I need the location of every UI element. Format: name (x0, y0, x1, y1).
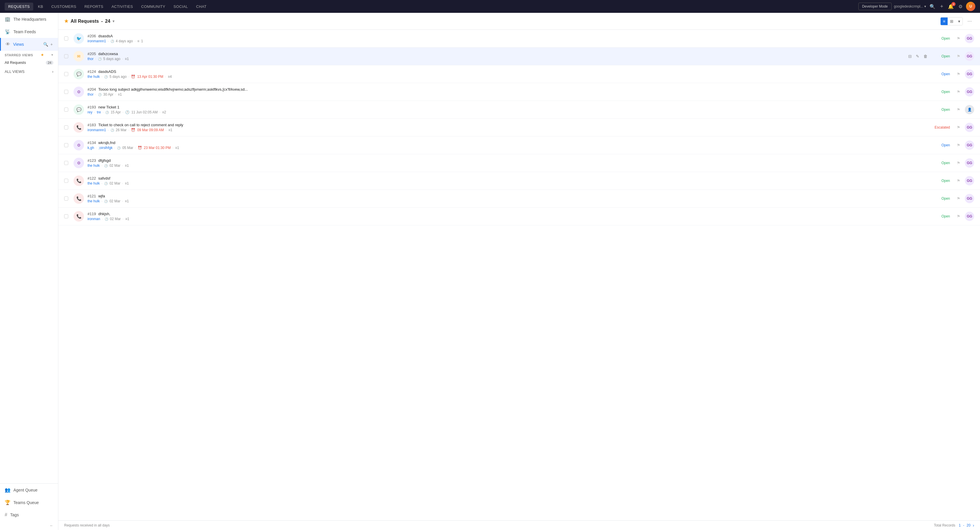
nav-item-chat[interactable]: CHAT (192, 3, 210, 11)
requester-link[interactable]: ironmannn1 (88, 39, 106, 43)
detail-action-button[interactable]: ⊟ (907, 53, 913, 59)
ticket-row[interactable]: 📞 #119 dhkjsh, ironman · 🕐 02 Mar · ≡1 (58, 208, 980, 225)
ticket-row[interactable]: 📞 #121 wjfa the hulk · 🕐 02 Mar · ≡1 (58, 190, 980, 208)
requester-link[interactable]: k,gh (88, 146, 94, 150)
requester2-link[interactable]: tre (97, 110, 101, 114)
nav-item-activities[interactable]: ACTIVITIES (108, 3, 137, 11)
search-icon-button[interactable]: 🔍 (928, 3, 937, 11)
flag-button[interactable]: ⚑ (956, 160, 961, 166)
assignee-avatar: GG (965, 69, 974, 79)
sidebar-item-agent-queue[interactable]: 👥 Agent Queue (0, 484, 58, 496)
edit-action-button[interactable]: ✎ (915, 35, 920, 42)
ticket-meta: k,gh · ;oirslhfgk · 🕐 05 Mar · ⏰ 23 Mar … (88, 146, 925, 150)
tags-icon: # (5, 512, 7, 517)
ticket-actions: ⊟ ✎ 🗑 (907, 53, 928, 59)
requester-link[interactable]: the hulk (88, 199, 100, 203)
all-requests-label: All Requests (5, 60, 26, 65)
all-requests-view-item[interactable]: All Requests 24 (0, 58, 58, 67)
ticket-row[interactable]: 📞 #183 Ticket to check on call to reject… (58, 119, 980, 136)
user-avatar[interactable]: U (966, 2, 975, 11)
title-dropdown-icon[interactable]: ▾ (113, 19, 115, 23)
sidebar-item-tags[interactable]: # Tags (0, 509, 58, 521)
requester-link[interactable]: the hulk (88, 163, 100, 168)
sla-icon: ⏰ (131, 75, 135, 79)
notification-button[interactable]: 🔔 4 (947, 3, 955, 11)
ticket-subject: dhkjsh, (98, 212, 110, 216)
view-options-button[interactable]: ▾ (956, 17, 963, 25)
requester-link[interactable]: rey (88, 110, 92, 114)
search-views-button[interactable]: 🔍 (43, 41, 49, 47)
row-checkbox[interactable] (64, 179, 68, 183)
add-view-button[interactable]: + (50, 41, 53, 47)
nav-item-requests[interactable]: REQUESTS (5, 3, 33, 11)
row-checkbox[interactable] (64, 143, 68, 147)
row-checkbox[interactable] (64, 54, 68, 58)
sidebar-item-headquarters[interactable]: 🏢 The Headquarters (0, 13, 58, 25)
delete-action-button[interactable]: 🗑 (923, 35, 928, 42)
flag-button[interactable]: ⚑ (956, 178, 961, 184)
ticket-row[interactable]: ⚙ #134 wkrsjb,fnd k,gh · ;oirslhfgk · 🕐 … (58, 136, 980, 154)
schedule-time: 11 Jun 02:05 AM (131, 110, 158, 114)
clock-icon: 🕐 (98, 93, 102, 96)
more-options-button[interactable]: ··· (965, 17, 974, 25)
requester-link[interactable]: thor (88, 92, 94, 97)
plus-icon-button[interactable]: + (939, 2, 944, 11)
delete-action-button[interactable]: 🗑 (923, 53, 928, 59)
flag-button[interactable]: ⚑ (956, 71, 961, 77)
flag-button[interactable]: ⚑ (956, 106, 961, 113)
sidebar-item-views[interactable]: 👁 Views 🔍 + (0, 38, 58, 51)
row-checkbox[interactable] (64, 214, 68, 218)
flag-button[interactable]: ⚑ (956, 89, 961, 95)
requester-link[interactable]: ironman (88, 217, 100, 221)
flag-button[interactable]: ⚑ (956, 35, 961, 42)
requester2-link[interactable]: ;oirslhfgk (99, 146, 113, 150)
ticket-row[interactable]: 📞 #122 safvdsf the hulk · 🕐 02 Mar · ≡1 (58, 172, 980, 190)
row-checkbox[interactable] (64, 90, 68, 94)
requester-link[interactable]: thor (88, 57, 94, 61)
list-view-button[interactable]: ≡ (940, 17, 948, 25)
row-checkbox[interactable] (64, 72, 68, 76)
collapse-sidebar-button[interactable]: ← (0, 521, 58, 530)
nav-item-community[interactable]: COMMUNITY (138, 3, 169, 11)
developer-mode-button[interactable]: Developer Mode (858, 3, 892, 10)
ticket-row[interactable]: ⚙ #123 dfgfsgd the hulk · 🕐 02 Mar · ≡1 (58, 154, 980, 172)
row-checkbox[interactable] (64, 125, 68, 129)
edit-action-button[interactable]: ✎ (915, 53, 920, 59)
row-checkbox[interactable] (64, 108, 68, 112)
nav-item-kb[interactable]: KB (34, 3, 47, 11)
assignee-avatar: GG (965, 141, 974, 150)
row-checkbox[interactable] (64, 197, 68, 201)
requester-link[interactable]: the hulk (88, 181, 100, 186)
all-views-section[interactable]: ALL VIEWS › (0, 67, 58, 76)
ticket-time: 02 Mar (110, 163, 120, 168)
row-checkbox[interactable] (64, 36, 68, 41)
ticket-row[interactable]: ✉ #205 dafxzcxwsa thor · 🕐 5 days ago · … (58, 48, 980, 65)
grid-view-button[interactable]: ⊞ (948, 17, 956, 25)
nav-item-reports[interactable]: REPORTS (81, 3, 107, 11)
row-checkbox[interactable] (64, 161, 68, 165)
sidebar-item-teams-queue[interactable]: 🏆 Teams Queue (0, 496, 58, 509)
flag-button[interactable]: ⚑ (956, 142, 961, 148)
ticket-row[interactable]: 🐦 #206 dsasdsA ironmannn1 · 🕐 4 days ago… (58, 30, 980, 48)
reply-count: ≡1 (125, 199, 129, 203)
flag-button[interactable]: ⚑ (956, 195, 961, 202)
detail-action-button[interactable]: ⊟ (907, 35, 913, 42)
requester-link[interactable]: the hulk (88, 75, 100, 79)
pagination-next-button[interactable]: › (973, 523, 974, 528)
sidebar-item-team-feeds[interactable]: 📡 Team Feeds (0, 25, 58, 38)
pagination-start: 1 (959, 523, 961, 527)
nav-item-social[interactable]: SOCIAL (170, 3, 191, 11)
status-badge: Open (932, 161, 952, 165)
flag-button[interactable]: ⚑ (956, 124, 961, 131)
ticket-id: #123 (88, 158, 96, 163)
requester-link[interactable]: ironmannn1 (88, 128, 106, 132)
ticket-row[interactable]: 💬 #193 new Ticket 1 rey · tre · 🕐 15 Apr… (58, 101, 980, 119)
ticket-row[interactable]: 💬 #124 dasdsADS the hulk · 🕐 5 days ago … (58, 65, 980, 83)
ticket-subject: Ticket to check on call to reject commen… (98, 123, 183, 127)
nav-item-customers[interactable]: CUSTOMERS (48, 3, 80, 11)
assignee-avatar: GG (965, 158, 974, 168)
settings-icon-button[interactable]: ⚙ (957, 3, 964, 11)
ticket-row[interactable]: ⚙ #204 Toooo long subject adkjglhvnwemo;… (58, 83, 980, 101)
flag-button[interactable]: ⚑ (956, 53, 961, 59)
flag-button[interactable]: ⚑ (956, 213, 961, 219)
